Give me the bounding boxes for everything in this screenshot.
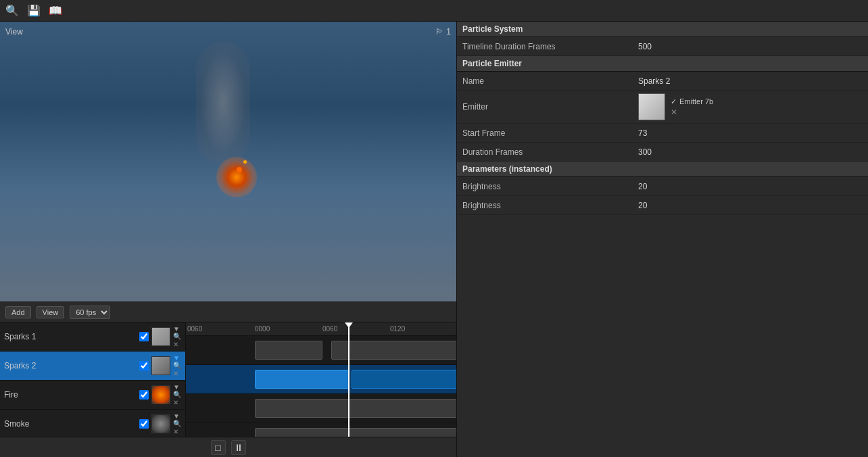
name-value[interactable]: Sparks 2 [638, 76, 863, 86]
timeline-duration-row: Timeline Duration Frames 500 [457, 37, 868, 56]
brightness2-value[interactable]: 20 [638, 201, 863, 210]
parameters-header: Parameters (instanced) [457, 162, 868, 177]
viewport-label: View [5, 27, 23, 37]
timeline-row-fire[interactable] [186, 394, 456, 423]
track-close-fire[interactable]: ✕ [173, 399, 181, 406]
name-row: Name Sparks 2 [457, 72, 868, 91]
ruler-mark-neg: 0060 [187, 325, 202, 333]
particle-system-header: Particle System [457, 22, 868, 37]
track-icons-sparks2: ▼ 🔍 ✕ [173, 355, 181, 377]
track-block-sparks2-a[interactable] [255, 370, 349, 389]
timeline-tracks[interactable]: 0060 0000 0060 0120 0180 0240 0300 0360 … [186, 322, 456, 437]
viewport: View 🏳 1 [0, 22, 456, 302]
track-close-sparks1[interactable]: ✕ [173, 341, 181, 348]
search-icon[interactable]: 🔍 [5, 4, 19, 17]
track-block-sparks1-b[interactable] [331, 341, 456, 360]
track-search-smoke[interactable]: 🔍 [173, 420, 181, 427]
track-search-sparks2[interactable]: 🔍 [173, 362, 181, 369]
emitter-label: Emitter [462, 102, 638, 112]
track-item-smoke[interactable]: Smoke ▼ 🔍 ✕ [0, 410, 185, 437]
name-label: Name [462, 76, 638, 86]
brightness2-label: Brightness [462, 201, 638, 210]
track-checkbox-smoke[interactable] [139, 419, 149, 429]
fps-select[interactable]: 60 fps 30 fps 24 fps [70, 306, 110, 319]
track-thumb-fire [151, 385, 170, 404]
viewport-counter: 🏳 1 [435, 27, 451, 37]
emitter-controls: ✓ Emitter 7b ✕ [671, 97, 713, 117]
track-checkbox-sparks1[interactable] [139, 332, 149, 341]
track-arrow-sparks1[interactable]: ▼ [173, 326, 181, 333]
playhead-arrow [345, 322, 353, 328]
start-frame-value[interactable]: 73 [638, 128, 863, 138]
duration-frames-label: Duration Frames [462, 147, 638, 157]
track-block-fire[interactable] [255, 399, 456, 418]
ruler-mark-120: 0120 [390, 325, 405, 333]
pause-button[interactable]: ⏸ [231, 440, 246, 455]
particle-emitter-header: Particle Emitter [457, 56, 868, 72]
timeline-content: Sparks 1 ▼ 🔍 ✕ Sparks 2 [0, 322, 456, 437]
start-frame-label: Start Frame [462, 128, 638, 138]
save-icon[interactable]: 💾 [27, 4, 41, 17]
stop-button[interactable]: □ [211, 440, 226, 455]
track-name-smoke: Smoke [4, 419, 137, 429]
track-thumb-smoke [151, 414, 170, 433]
track-thumb-sparks1 [151, 327, 170, 346]
brightness2-row: Brightness 20 [457, 196, 868, 215]
track-thumb-sparks2 [151, 356, 170, 375]
timeline-toolbar: Add View 60 fps 30 fps 24 fps [0, 302, 456, 322]
timeline-duration-label: Timeline Duration Frames [462, 42, 638, 51]
duration-frames-row: Duration Frames 300 [457, 143, 868, 162]
top-toolbar: 🔍 💾 📖 [0, 0, 868, 22]
track-list: Sparks 1 ▼ 🔍 ✕ Sparks 2 [0, 322, 186, 437]
track-icons-fire: ▼ 🔍 ✕ [173, 384, 181, 406]
emitter-thumb [638, 93, 665, 120]
playhead[interactable] [348, 322, 349, 437]
main-area: View 🏳 1 Add View 60 fps 30 fps 24 fps [0, 22, 868, 457]
left-panel: View 🏳 1 Add View 60 fps 30 fps 24 fps [0, 22, 456, 457]
brightness1-value[interactable]: 20 [638, 182, 863, 191]
track-arrow-fire[interactable]: ▼ [173, 384, 181, 391]
track-block-sparks2-b[interactable] [352, 370, 456, 389]
brightness1-row: Brightness 20 [457, 177, 868, 196]
ember1 [237, 167, 242, 172]
ruler-mark-60: 0060 [322, 325, 337, 333]
track-icons-sparks1: ▼ 🔍 ✕ [173, 326, 181, 348]
track-arrow-smoke[interactable]: ▼ [173, 413, 181, 420]
duration-frames-value[interactable]: 300 [638, 147, 863, 157]
emitter-remove-button[interactable]: ✕ [671, 107, 713, 117]
flag-icon: 🏳 [435, 27, 443, 37]
emitter-name: Emitter 7b [679, 97, 713, 105]
start-frame-row: Start Frame 73 [457, 124, 868, 143]
track-block-smoke[interactable] [255, 428, 456, 437]
track-name-fire: Fire [4, 390, 137, 400]
track-close-smoke[interactable]: ✕ [173, 428, 181, 435]
timeline-row-smoke[interactable] [186, 423, 456, 437]
emitter-check-row: ✓ Emitter 7b [671, 97, 713, 106]
timeline-ruler: 0060 0000 0060 0120 0180 0240 0300 0360 … [186, 322, 456, 336]
book-icon[interactable]: 📖 [49, 4, 62, 17]
emitter-row: Emitter ✓ Emitter 7b ✕ [457, 91, 868, 124]
track-item-sparks1[interactable]: Sparks 1 ▼ 🔍 ✕ [0, 322, 185, 352]
timeline-row-sparks2[interactable] [186, 365, 456, 394]
track-checkbox-fire[interactable] [139, 390, 149, 400]
view-button[interactable]: View [37, 306, 65, 318]
track-item-fire[interactable]: Fire ▼ 🔍 ✕ [0, 381, 185, 410]
track-block-sparks1-a[interactable] [255, 341, 322, 360]
track-search-sparks1[interactable]: 🔍 [173, 333, 181, 340]
track-checkbox-sparks2[interactable] [139, 361, 149, 370]
timeline-duration-value[interactable]: 500 [638, 42, 863, 51]
explosion-effect [216, 157, 257, 197]
timeline-row-sparks1[interactable] [186, 336, 456, 365]
brightness1-label: Brightness [462, 182, 638, 191]
track-item-sparks2[interactable]: Sparks 2 ▼ 🔍 ✕ [0, 352, 185, 381]
emitter-checkmark: ✓ [671, 97, 677, 106]
track-close-sparks2[interactable]: ✕ [173, 370, 181, 377]
smoke-effect [196, 42, 250, 164]
playback-controls: □ ⏸ [0, 437, 456, 457]
bottom-panel: Add View 60 fps 30 fps 24 fps Sparks 1 [0, 302, 456, 457]
track-arrow-sparks2[interactable]: ▼ [173, 355, 181, 362]
ember2 [243, 160, 247, 164]
add-button[interactable]: Add [5, 306, 31, 318]
right-panel: Particle System Timeline Duration Frames… [456, 22, 868, 457]
track-search-fire[interactable]: 🔍 [173, 391, 181, 398]
